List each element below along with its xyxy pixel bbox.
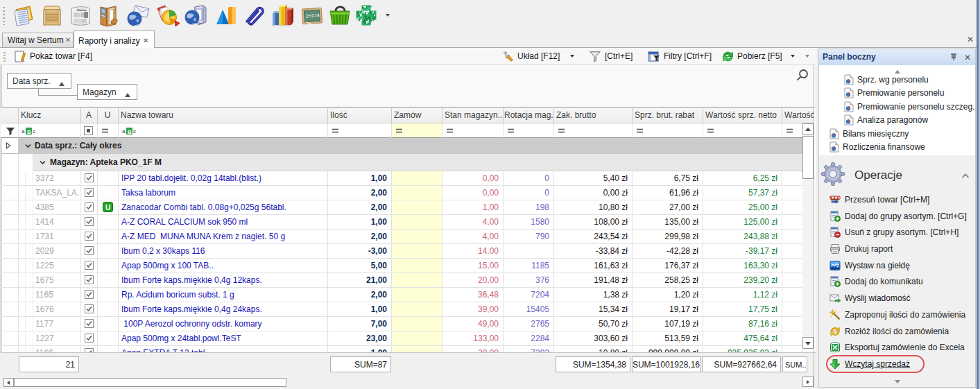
svg-text:a: a [22, 128, 25, 135]
svg-text:Gazeta: Gazeta [77, 8, 87, 12]
svg-text:a: a [122, 128, 126, 135]
svg-text:B: B [27, 129, 31, 135]
svg-text:c: c [33, 128, 35, 135]
svg-text:U: U [105, 204, 110, 211]
svg-text:B: B [128, 129, 132, 135]
svg-text:2+2=4: 2+2=4 [306, 12, 320, 18]
svg-text:c: c [133, 128, 136, 135]
